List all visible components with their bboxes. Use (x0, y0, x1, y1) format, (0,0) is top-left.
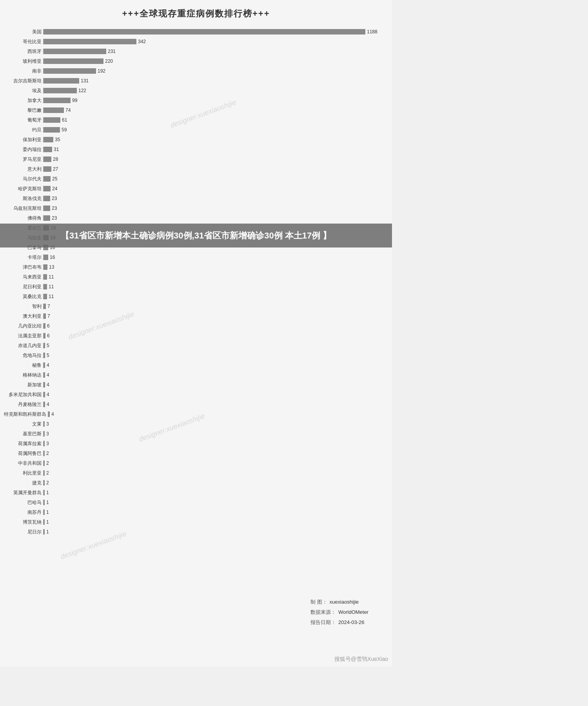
bar-value: 3 (46, 421, 49, 427)
bar-row: 佛得角23 (4, 214, 388, 222)
bar-label: 黎巴嫩 (4, 107, 43, 114)
chart-container: +++全球现存重症病例数排行榜+++ 美国1188哥伦比亚342西班牙231玻利… (0, 0, 392, 667)
bar-label: 秘鲁 (4, 362, 43, 369)
bar-label: 罗马尼亚 (4, 156, 43, 163)
bar-value: 1 (46, 490, 49, 495)
bar-label: 意大利 (4, 166, 43, 173)
bar-row: 莫桑比克11 (4, 292, 388, 301)
bar-value: 4 (47, 382, 49, 388)
bar-label: 捷克 (4, 480, 43, 486)
bar-value: 2 (46, 470, 49, 476)
sohu-watermark: 搜狐号@雪鸮XueXiao (334, 656, 388, 663)
bar-label: 斯洛伐克 (4, 195, 43, 202)
bar-row: 南苏丹1 (4, 508, 388, 517)
bar-label: 加拿大 (4, 97, 43, 104)
bar-fill (44, 353, 45, 358)
bar-label: 哈萨克斯坦 (4, 186, 43, 192)
bar-value: 1 (46, 529, 49, 535)
bar-value: 27 (53, 166, 58, 172)
bar-row: 约旦59 (4, 126, 388, 134)
bar-row: 美国1188 (4, 27, 388, 36)
bar-row: 西班牙231 (4, 47, 388, 56)
bar-label: 法属圭亚那 (4, 333, 43, 339)
chart-title: +++全球现存重症病例数排行榜+++ (4, 8, 388, 20)
bar-value: 11 (49, 294, 54, 299)
bar-label: 智利 (4, 303, 43, 310)
bar-value: 25 (52, 176, 57, 182)
bar-label: 格林纳达 (4, 372, 43, 378)
bar-label: 利比里亚 (4, 470, 43, 477)
bar-value: 6 (47, 323, 50, 329)
bar-row: 丹麦格陵兰4 (4, 400, 388, 409)
bar-value: 99 (72, 98, 77, 103)
bar-label: 南非 (4, 68, 43, 75)
bar-value: 2 (46, 460, 49, 466)
bar-label: 保加利亚 (4, 136, 43, 143)
bar-label: 约旦 (4, 127, 43, 133)
bar-row: 意大利27 (4, 165, 388, 173)
bar-row: 多米尼加共和国4 (4, 390, 388, 399)
bar-value: 5 (47, 343, 49, 348)
bar-value: 74 (65, 107, 71, 113)
bar-label: 巴哈马 (4, 499, 43, 506)
bar-fill (44, 480, 45, 486)
bar-row: 赤道几内亚5 (4, 341, 388, 350)
bar-value: 23 (52, 206, 57, 211)
bar-value: 6 (47, 333, 50, 338)
bar-row: 新加坡4 (4, 380, 388, 389)
bar-fill (44, 186, 51, 191)
bar-row: 哥伦比亚342 (4, 37, 388, 46)
bar-label: 葡萄牙 (4, 117, 43, 124)
bar-label: 文莱 (4, 421, 43, 428)
bar-value: 4 (47, 362, 49, 368)
bar-fill (44, 137, 53, 142)
bar-row: 格林纳达4 (4, 371, 388, 379)
bar-value: 23 (52, 215, 57, 221)
bar-label: 尼日利亚 (4, 284, 43, 290)
bar-fill (44, 333, 45, 338)
bar-label: 荷属阿鲁巴 (4, 450, 43, 457)
bar-fill (44, 127, 60, 133)
bar-fill (44, 147, 52, 152)
bar-fill (44, 196, 50, 201)
bar-label: 澳大利亚 (4, 313, 43, 320)
bar-row: 中非共和国2 (4, 459, 388, 468)
bar-fill (44, 176, 51, 182)
bar-fill (44, 39, 136, 44)
bar-row: 罗马尼亚28 (4, 155, 388, 164)
bar-row: 吉尔吉斯斯坦131 (4, 76, 388, 85)
bar-row: 法属圭亚那6 (4, 331, 388, 340)
bar-value: 1 (46, 519, 49, 525)
bar-label: 吉尔吉斯斯坦 (4, 78, 43, 84)
bar-label: 危地马拉 (4, 352, 43, 359)
bar-label: 乌兹别克斯坦 (4, 205, 43, 212)
bar-fill (44, 313, 46, 319)
bar-label: 莫桑比克 (4, 293, 43, 300)
bar-fill (44, 304, 46, 309)
bar-value: 4 (51, 411, 54, 417)
bar-row: 智利7 (4, 302, 388, 311)
bar-row: 博茨瓦纳1 (4, 518, 388, 526)
bar-fill (44, 519, 45, 525)
date-value: 2024-03-26 (338, 617, 365, 628)
bar-value: 59 (62, 127, 67, 133)
bar-fill (44, 284, 47, 289)
bar-label: 丹麦格陵兰 (4, 401, 43, 408)
bar-label: 美国 (4, 29, 43, 35)
bar-fill (44, 274, 47, 280)
bar-row: 尼日利亚11 (4, 282, 388, 291)
bar-label: 中非共和国 (4, 460, 43, 467)
bar-row: 澳大利亚7 (4, 312, 388, 320)
bar-row: 保加利亚35 (4, 135, 388, 144)
bar-fill (44, 166, 51, 172)
maker-value: xuexiaoshijie (330, 597, 359, 607)
bar-fill (44, 402, 45, 407)
bar-label: 博茨瓦纳 (4, 519, 43, 526)
bar-row: 玻利维亚220 (4, 57, 388, 66)
bar-fill (44, 421, 45, 427)
bar-label: 南苏丹 (4, 509, 43, 516)
bar-value: 1 (46, 500, 49, 505)
bar-value: 13 (49, 264, 54, 270)
bar-fill (44, 490, 45, 495)
bar-fill (44, 529, 45, 535)
